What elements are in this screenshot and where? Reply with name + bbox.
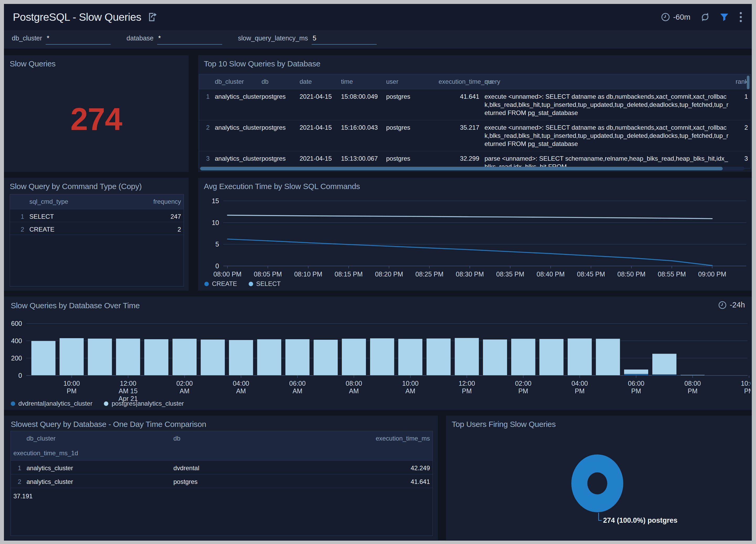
table-cell: 2021-04-15: [297, 89, 338, 104]
table-cell: 2: [199, 120, 212, 135]
column-header[interactable]: db_cluster: [212, 74, 259, 89]
legend-label: SELECT: [256, 280, 281, 288]
filter-bar: db_cluster * database * slow_query_laten…: [4, 30, 752, 49]
svg-text:08:45 PM: 08:45 PM: [577, 270, 605, 278]
table-cell: 32.299: [436, 151, 482, 166]
table-header-row: db_clusterdbdatetimeuserexecution_time_m…: [199, 74, 750, 89]
column-header[interactable]: execution_time_ms: [351, 431, 433, 446]
table-cell: 1: [199, 89, 212, 104]
table-cell: 2: [139, 222, 184, 236]
legend-dot: [104, 402, 108, 406]
table-cell: 41.641: [351, 474, 433, 489]
svg-text:AM: AM: [349, 387, 359, 395]
svg-text:200: 200: [11, 355, 22, 362]
svg-text:06:00: 06:00: [289, 380, 306, 387]
svg-text:08:25 PM: 08:25 PM: [415, 270, 443, 278]
filter-label: db_cluster: [12, 34, 42, 45]
table-cell: 2: [10, 222, 27, 236]
svg-text:400: 400: [11, 337, 22, 345]
table-cell: postgres: [384, 89, 436, 104]
column-header[interactable]: sql_cmd_type: [27, 194, 139, 209]
legend-item[interactable]: SELECT: [249, 280, 281, 288]
filter-slow-query-latency: slow_query_latency_ms 5: [238, 34, 377, 45]
database-input[interactable]: *: [157, 34, 222, 45]
legend-item[interactable]: CREATE: [204, 280, 237, 288]
table-row[interactable]: 2CREATE2: [10, 222, 184, 235]
horizontal-scrollbar[interactable]: [200, 167, 744, 170]
column-header[interactable]: query: [482, 74, 732, 89]
table-row[interactable]: 1SELECT247: [10, 209, 184, 222]
column-header[interactable]: [199, 74, 212, 89]
table-cell: analytics_cluster: [24, 461, 171, 475]
panel-title: Slowest Query by Database - One Day Time…: [11, 420, 206, 429]
table-cell: postgres: [259, 89, 297, 104]
slow-query-latency-input[interactable]: 5: [312, 34, 377, 45]
svg-text:AM: AM: [406, 387, 416, 395]
svg-text:08:00: 08:00: [346, 380, 362, 387]
column-header[interactable]: [10, 198, 27, 205]
table-cell: 1: [11, 461, 24, 475]
table-cell: dvdrental: [171, 461, 351, 475]
filter-label: slow_query_latency_ms: [238, 34, 308, 45]
header: PostgreSQL - Slow Queries -60m: [4, 4, 752, 30]
column-header[interactable]: date: [297, 74, 338, 89]
kebab-menu-icon[interactable]: [739, 11, 743, 23]
svg-text:PM: PM: [462, 387, 472, 395]
svg-text:08:40 PM: 08:40 PM: [536, 270, 565, 278]
time-range-label: -60m: [673, 13, 690, 22]
dashboard-frame: PostgreSQL - Slow Queries -60m: [0, 0, 756, 544]
table-cell: 42.249: [351, 461, 433, 475]
svg-text:08:30 PM: 08:30 PM: [456, 270, 484, 278]
table-row[interactable]: 1analytics_clusterpostgres2021-04-1515:0…: [199, 89, 750, 120]
table-cell: parse <unnamed>: SELECT schemaname,relna…: [482, 151, 732, 168]
column-header[interactable]: time: [338, 74, 384, 89]
column-header[interactable]: [11, 435, 24, 442]
table-cell: 15:13:00.067: [338, 151, 384, 166]
legend-label: dvdrental|analytics_cluster: [18, 400, 92, 407]
svg-text:02:00: 02:00: [515, 380, 531, 387]
svg-text:08:20 PM: 08:20 PM: [375, 270, 403, 278]
table-row[interactable]: 1analytics_clusterdvdrental42.249: [11, 461, 433, 474]
table-cell: CREATE: [27, 222, 139, 236]
share-icon[interactable]: [148, 12, 157, 22]
svg-text:08:35 PM: 08:35 PM: [496, 270, 524, 278]
panel-title: Slow Queries by Database Over Time: [11, 301, 140, 310]
table-cell: 41.641: [436, 89, 482, 104]
panel-title: Top 10 Slow Queries by Database: [204, 59, 320, 68]
legend-item[interactable]: postgres|analytics_cluster: [104, 400, 184, 407]
column-header[interactable]: user: [384, 74, 436, 89]
svg-text:5: 5: [215, 240, 219, 248]
table-cell: postgres: [384, 120, 436, 135]
column-header[interactable]: db: [171, 431, 351, 446]
svg-text:PM: PM: [631, 387, 641, 395]
panel-slowest-query-comparison: Slowest Query by Database - One Day Time…: [4, 416, 438, 540]
command-type-table: sql_cmd_typefrequency1SELECT2472CREATE2: [10, 194, 184, 287]
table-cell: analytics_cluster: [24, 474, 171, 489]
filter-icon[interactable]: [720, 13, 729, 22]
db-cluster-input[interactable]: *: [46, 34, 111, 45]
filter-database: database *: [126, 34, 222, 45]
table-row[interactable]: 3analytics_clusterpostgres2021-04-1515:1…: [199, 151, 750, 168]
table-row[interactable]: 2analytics_clusterpostgres41.64137.191: [11, 474, 433, 488]
time-range-control[interactable]: -60m: [661, 13, 690, 22]
clock-icon: [661, 13, 670, 22]
column-header[interactable]: db: [259, 74, 297, 89]
top10-table: db_clusterdbdatetimeuserexecution_time_m…: [199, 74, 751, 168]
panel-title: Slow Query by Command Type (Copy): [10, 182, 142, 191]
legend-dot: [11, 402, 15, 406]
column-header[interactable]: execution_time_ms: [436, 74, 482, 89]
svg-text:12:00: 12:00: [459, 380, 475, 387]
refresh-icon[interactable]: [700, 12, 710, 22]
table-row[interactable]: 2analytics_clusterpostgres2021-04-1515:1…: [199, 120, 750, 151]
column-header[interactable]: frequency: [139, 194, 184, 209]
svg-text:AM: AM: [292, 387, 302, 395]
table-cell: 15:16:00.043: [338, 120, 384, 135]
legend-item[interactable]: dvdrental|analytics_cluster: [11, 400, 92, 407]
column-header[interactable]: db_cluster: [24, 431, 171, 446]
vertical-scrollbar[interactable]: [747, 76, 749, 89]
table-cell: 37.191: [11, 489, 24, 503]
svg-text:08:10 PM: 08:10 PM: [294, 270, 322, 278]
table-cell: 1: [10, 209, 27, 224]
column-header[interactable]: execution_time_ms_1d: [11, 446, 24, 461]
panel-time-range[interactable]: -24h: [718, 301, 745, 309]
